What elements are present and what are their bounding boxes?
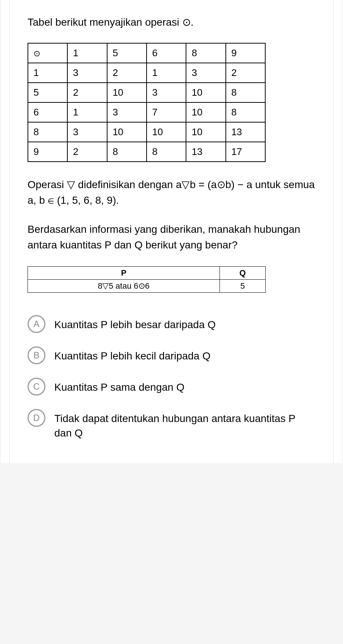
table-cell: 1 (67, 102, 107, 122)
table-cell: 2 (226, 63, 265, 83)
table-cell: 10 (186, 83, 225, 102)
table-row: 5 2 10 3 10 8 (28, 83, 265, 102)
operation-table: ⊙ 1 5 6 8 9 1 3 2 1 3 2 5 2 10 3 10 (28, 43, 266, 162)
table-cell: 8 (226, 102, 265, 122)
table-cell: 10 (186, 122, 225, 142)
question-paragraph: Berdasarkan informasi yang diberikan, ma… (28, 222, 315, 253)
option-text-a: Kuantitas P lebih besar daripada Q (54, 315, 216, 332)
table-cell: 13 (186, 142, 225, 162)
table-row: 8 3 10 10 10 13 (28, 122, 265, 142)
row-label: 8 (28, 122, 67, 142)
option-text-d: Tidak dapat ditentukan hubungan antara k… (54, 409, 315, 440)
header-cell: 1 (67, 43, 107, 63)
pq-value-p: 8▽5 atau 6⊙6 (28, 280, 220, 293)
header-cell: 8 (186, 43, 225, 63)
option-c[interactable]: C Kuantitas P sama dengan Q (28, 378, 315, 396)
table-row: 6 1 3 7 10 8 (28, 102, 265, 122)
row-label: 1 (28, 63, 67, 83)
option-text-c: Kuantitas P sama dengan Q (54, 378, 185, 394)
option-a[interactable]: A Kuantitas P lebih besar daripada Q (28, 315, 315, 333)
intro-paragraph: Tabel berikut menyajikan operasi ⊙. (28, 15, 315, 29)
header-cell: 6 (147, 43, 186, 63)
option-letter-a: A (28, 315, 45, 333)
content-card: Tabel berikut menyajikan operasi ⊙. ⊙ 1 … (9, 0, 334, 463)
header-cell: 5 (107, 43, 147, 63)
table-cell: 17 (226, 142, 265, 162)
table-cell: 10 (107, 122, 147, 142)
table-cell: 8 (147, 142, 186, 162)
row-label: 9 (28, 142, 67, 162)
option-letter-d: D (28, 409, 45, 427)
table-cell: 7 (147, 102, 186, 122)
table-cell: 3 (186, 63, 225, 83)
table-cell: 2 (67, 83, 107, 102)
table-cell: 10 (186, 102, 225, 122)
table-cell: 2 (67, 142, 107, 162)
pq-data-row: 8▽5 atau 6⊙6 5 (28, 280, 266, 293)
table-cell: 2 (107, 63, 147, 83)
pq-header-q: Q (220, 267, 266, 280)
table-row: 1 3 2 1 3 2 (28, 63, 265, 83)
table-header-row: ⊙ 1 5 6 8 9 (28, 43, 265, 63)
pq-table: P Q 8▽5 atau 6⊙6 5 (28, 266, 266, 293)
row-label: 5 (28, 83, 67, 102)
row-label: 6 (28, 102, 67, 122)
table-row: 9 2 8 8 13 17 (28, 142, 265, 162)
table-cell: 10 (107, 83, 147, 102)
page-wrapper: Tabel berikut menyajikan operasi ⊙. ⊙ 1 … (0, 0, 343, 463)
table-cell: 3 (107, 102, 147, 122)
option-letter-b: B (28, 346, 45, 364)
option-letter-c: C (28, 378, 45, 396)
table-cell: 1 (147, 63, 186, 83)
table-cell: 3 (67, 122, 107, 142)
option-b[interactable]: B Kuantitas P lebih kecil daripada Q (28, 346, 315, 364)
header-cell: 9 (226, 43, 265, 63)
pq-header-row: P Q (28, 267, 266, 280)
definition-paragraph: Operasi ▽ didefinisikan dengan a▽b = (a⊙… (28, 177, 315, 208)
table-cell: 3 (67, 63, 107, 83)
options-list: A Kuantitas P lebih besar daripada Q B K… (28, 315, 315, 440)
pq-value-q: 5 (220, 280, 266, 293)
table-cell: 8 (107, 142, 147, 162)
table-cell: 3 (147, 83, 186, 102)
table-cell: 10 (147, 122, 186, 142)
option-text-b: Kuantitas P lebih kecil daripada Q (54, 346, 211, 363)
pq-header-p: P (28, 267, 220, 280)
table-cell: 13 (226, 122, 265, 142)
op-symbol-cell: ⊙ (28, 43, 67, 63)
option-d[interactable]: D Tidak dapat ditentukan hubungan antara… (28, 409, 315, 440)
table-cell: 8 (226, 83, 265, 102)
